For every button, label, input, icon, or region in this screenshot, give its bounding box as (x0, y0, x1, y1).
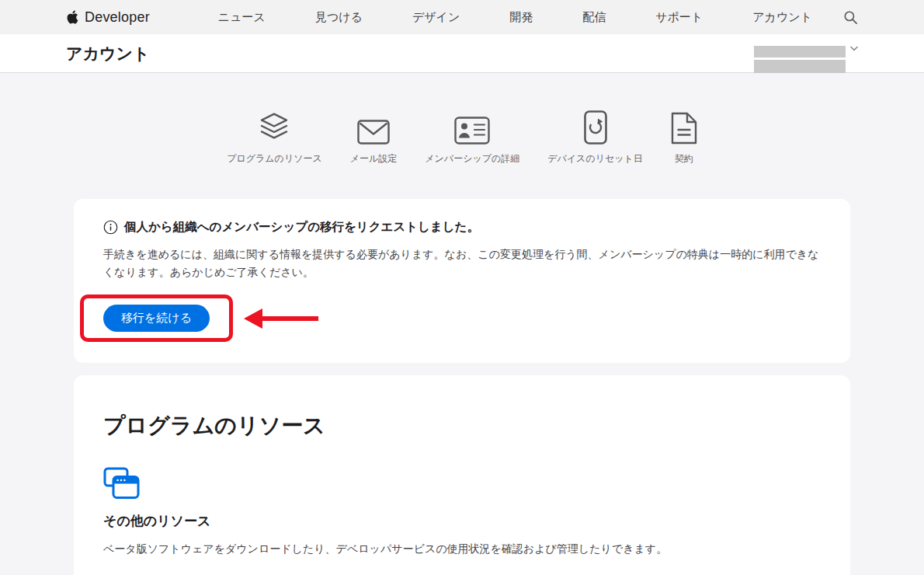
info-icon (103, 220, 118, 235)
quicklink-label: プログラムのリソース (227, 152, 322, 166)
program-resources-card: プログラムのリソース その他のリソース ベータ版ソフトウェアをダウンロードしたり… (74, 375, 850, 575)
account-dropdown[interactable] (754, 46, 858, 73)
annotation-arrow-icon (242, 305, 320, 332)
nav-menu: ニュース 見つける デザイン 開発 配信 サポート アカウント (218, 10, 812, 25)
quicklink-agreements[interactable]: 契約 (671, 107, 697, 166)
quicklink-email-preferences[interactable]: メール設定 (350, 107, 398, 166)
quicklink-membership-details[interactable]: メンバーシップの詳細 (425, 107, 519, 166)
migration-notice-card: 個人から組織へのメンバーシップの移行をリクエストしました。 手続きを進めるには、… (74, 199, 850, 363)
continue-migration-button[interactable]: 移行を続ける (103, 305, 210, 332)
page-header: アカウント (0, 34, 924, 73)
nav-item-distribute[interactable]: 配信 (582, 10, 606, 25)
apple-logo-icon (66, 9, 79, 25)
quicklink-program-resources[interactable]: プログラムのリソース (227, 107, 322, 166)
quicklink-label: デバイスのリセット日 (547, 152, 643, 166)
redacted-bar (754, 60, 846, 73)
main-content: プログラムのリソース メール設定 (0, 73, 924, 575)
nav-item-support[interactable]: サポート (655, 10, 703, 25)
nav-item-account[interactable]: アカウント (752, 10, 812, 25)
nav-item-discover[interactable]: 見つける (315, 10, 363, 25)
brand-label: Developer (85, 9, 150, 26)
nav-item-develop[interactable]: 開発 (509, 10, 533, 25)
quicklink-label: メール設定 (350, 152, 398, 166)
notice-heading-text: 個人から組織へのメンバーシップの移行をリクエストしました。 (124, 219, 479, 235)
mail-icon (357, 107, 390, 145)
apple-developer-logo[interactable]: Developer (66, 9, 150, 26)
nav-item-design[interactable]: デザイン (412, 10, 460, 25)
resources-title: プログラムのリソース (103, 411, 821, 441)
browser-windows-icon (103, 467, 821, 500)
search-icon[interactable] (843, 10, 858, 25)
resources-subheading: その他のリソース (103, 512, 821, 530)
resources-body: ベータ版ソフトウェアをダウンロードしたり、デベロッパサービスの使用状況を確認およ… (103, 540, 821, 557)
chevron-down-icon (850, 46, 858, 52)
notice-body: 手続きを進めるには、組織に関する情報を提供する必要があります。なお、この変更処理… (103, 246, 821, 281)
id-card-icon (454, 107, 490, 145)
quicklink-label: メンバーシップの詳細 (425, 152, 519, 166)
device-reset-icon (584, 107, 607, 145)
page-title: アカウント (66, 43, 149, 64)
redacted-bar (754, 46, 846, 57)
notice-heading: 個人から組織へのメンバーシップの移行をリクエストしました。 (103, 219, 821, 235)
document-icon (671, 107, 697, 145)
nav-item-news[interactable]: ニュース (218, 10, 266, 25)
redacted-account-name (754, 46, 846, 73)
notice-action-row: 移行を続ける (103, 305, 821, 332)
quicklink-device-reset-date[interactable]: デバイスのリセット日 (547, 107, 643, 166)
account-quick-links: プログラムのリソース メール設定 (74, 107, 850, 166)
layers-icon (257, 107, 291, 145)
global-nav: Developer ニュース 見つける デザイン 開発 配信 サポート アカウン… (0, 0, 924, 34)
quicklink-label: 契約 (675, 152, 693, 166)
